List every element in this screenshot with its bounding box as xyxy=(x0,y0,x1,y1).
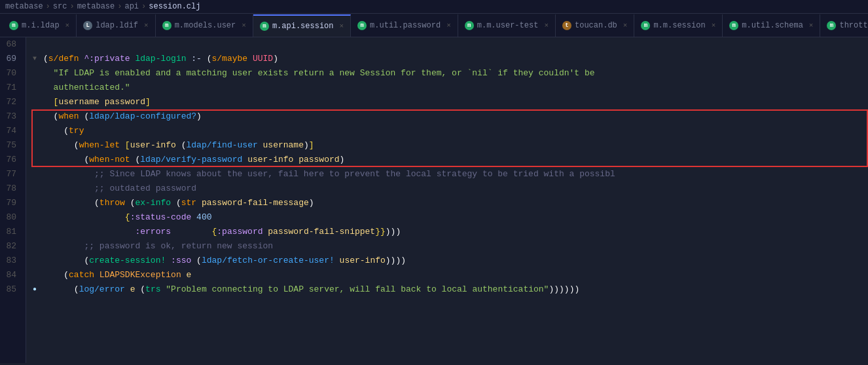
fold-btn-empty xyxy=(33,182,41,196)
fold-btn-empty xyxy=(33,124,41,138)
code-content[interactable]: ▼ (s/defn ^:private ldap-login :- (s/may… xyxy=(26,37,868,363)
tab-icon: m xyxy=(162,21,172,30)
code-line-75: (when-let [user-info (ldap/find-user use… xyxy=(33,138,868,153)
tab-m-util-password[interactable]: m m.util.password × xyxy=(351,14,458,37)
fold-btn-empty xyxy=(33,81,41,95)
tab-m-m-user-test[interactable]: m m.m.user-test × xyxy=(458,14,556,37)
fold-btn-empty xyxy=(33,95,41,109)
fold-btn-empty xyxy=(33,153,41,167)
fold-btn-empty xyxy=(33,254,41,268)
breadcrumb-part[interactable]: src xyxy=(53,2,67,11)
tab-bar: m m.i.ldap × L ldap.ldif × m m.models.us… xyxy=(0,14,868,37)
tab-toucan-db[interactable]: t toucan.db × xyxy=(556,14,634,37)
fold-btn-empty xyxy=(33,210,41,225)
tab-label: m.api.session xyxy=(272,22,334,31)
tab-icon: m xyxy=(827,21,836,30)
breadcrumb-part[interactable]: session.clj xyxy=(149,2,200,11)
tab-label: m.util.schema xyxy=(742,21,803,30)
tab-label: m.m.user-test xyxy=(477,21,539,30)
tab-label: toucan.db xyxy=(575,21,617,30)
highlight-region: (when (ldap/ldap-configured?) (try (when… xyxy=(33,109,868,167)
tab-icon: m xyxy=(260,22,269,31)
tab-label: m.models.user xyxy=(175,21,236,30)
code-line-76: (when-not (ldap/verify-password user-inf… xyxy=(33,153,868,167)
code-line-71: authenticated." xyxy=(33,81,868,95)
tab-m-util-schema[interactable]: m m.util.schema × xyxy=(723,14,820,37)
fold-btn-empty xyxy=(33,167,41,182)
code-line-69: ▼ (s/defn ^:private ldap-login :- (s/may… xyxy=(33,52,868,66)
fold-btn-left-indicator: ● xyxy=(33,282,41,297)
tab-ldap-ldif[interactable]: L ldap.ldif × xyxy=(77,14,155,37)
code-line-82: ;; password is ok, return new session xyxy=(33,239,868,254)
breadcrumb-sep: › xyxy=(46,2,50,11)
line-num-80: 80 xyxy=(5,210,20,225)
code-line-72: [username password] xyxy=(33,95,868,109)
breadcrumb-sep: › xyxy=(117,2,122,11)
breadcrumb-sep: › xyxy=(141,2,146,11)
tab-close[interactable]: × xyxy=(623,22,628,29)
line-num-79: 79 xyxy=(5,196,20,210)
tab-m-models-user[interactable]: m m.models.user × xyxy=(156,14,253,37)
fold-btn-empty xyxy=(33,268,41,282)
line-num-83: 83 xyxy=(5,254,20,268)
tab-m-i-ldap[interactable]: m m.i.ldap × xyxy=(3,14,77,37)
breadcrumb-sep: › xyxy=(69,2,74,11)
line-num-68: 68 xyxy=(5,37,20,52)
tab-close[interactable]: × xyxy=(544,22,549,29)
line-num-78: 78 xyxy=(5,182,20,196)
tab-icon: t xyxy=(562,21,571,30)
line-num-85: 85 xyxy=(5,282,20,297)
fold-button[interactable]: ▼ xyxy=(33,52,41,66)
line-content xyxy=(33,37,38,52)
fold-btn-empty xyxy=(33,196,41,210)
tab-icon: L xyxy=(83,21,92,30)
fold-btn-empty xyxy=(33,109,41,124)
code-line-73: (when (ldap/ldap-configured?) xyxy=(33,109,868,124)
breadcrumb: metabase › src › metabase › api › sessio… xyxy=(0,0,868,14)
breadcrumb-part[interactable]: api xyxy=(124,2,139,11)
code-line-81: :errors {:password password-fail-snippet… xyxy=(33,225,868,239)
tab-close[interactable]: × xyxy=(65,22,70,29)
breadcrumb-part[interactable]: metabase xyxy=(5,2,43,11)
line-num-69: 69 xyxy=(5,52,20,66)
tab-label: m.util.password xyxy=(370,21,441,30)
line-num-75: 75 xyxy=(5,138,20,153)
fold-btn-empty xyxy=(33,239,41,254)
code-line-78: ;; outdated password xyxy=(33,182,868,196)
tab-throttle-core[interactable]: m throttle.core × xyxy=(820,14,868,37)
code-line-77: ;; Since LDAP knows about the user, fail… xyxy=(33,167,868,182)
code-line-84: (catch LDAPSDKException e xyxy=(33,268,868,282)
line-num-74: 74 xyxy=(5,124,20,138)
tab-close[interactable]: × xyxy=(144,22,149,29)
tab-close[interactable]: × xyxy=(242,22,246,29)
breadcrumb-part[interactable]: metabase xyxy=(77,2,115,11)
code-line-83: (create-session! :sso (ldap/fetch-or-cre… xyxy=(33,254,868,268)
line-num-81: 81 xyxy=(5,225,20,239)
tab-close[interactable]: × xyxy=(809,22,814,29)
line-num-70: 70 xyxy=(5,66,20,81)
line-num-82: 82 xyxy=(5,239,20,254)
line-num-71: 71 xyxy=(5,81,20,95)
fold-btn-empty xyxy=(33,66,41,81)
tab-m-api-session[interactable]: m m.api.session × xyxy=(253,14,351,37)
tab-close[interactable]: × xyxy=(340,22,344,30)
tab-icon: m xyxy=(465,21,474,30)
code-line-74: (try xyxy=(33,124,868,138)
tab-m-m-session[interactable]: m m.m.session × xyxy=(634,14,723,37)
line-num-72: 72 xyxy=(5,95,20,109)
line-num-73: 73 xyxy=(5,109,20,124)
tab-icon: m xyxy=(729,21,738,30)
code-line-80: {:status-code 400 xyxy=(33,210,868,225)
tab-label: m.m.session xyxy=(653,21,705,30)
tab-label: throttle.core xyxy=(839,21,868,30)
tab-close[interactable]: × xyxy=(446,22,451,29)
line-numbers: 68 69 70 71 72 73 74 75 76 77 78 79 80 8… xyxy=(0,37,26,363)
tab-icon: m xyxy=(641,21,650,30)
line-num-77: 77 xyxy=(5,167,20,182)
tab-label: m.i.ldap xyxy=(22,21,60,30)
code-line-85: ● (log/error e (trs "Problem connecting … xyxy=(33,282,868,297)
tab-close[interactable]: × xyxy=(712,22,716,29)
line-num-76: 76 xyxy=(5,153,20,167)
tab-icon: m xyxy=(357,21,367,30)
tab-icon: m xyxy=(9,21,18,30)
